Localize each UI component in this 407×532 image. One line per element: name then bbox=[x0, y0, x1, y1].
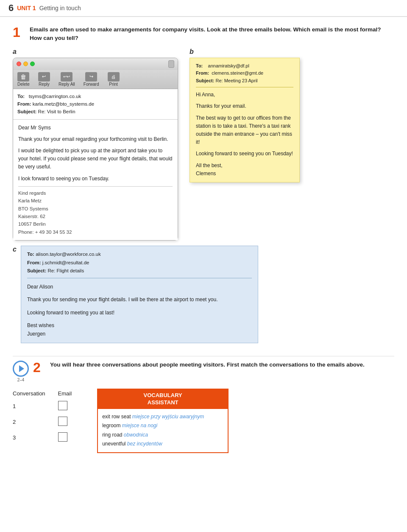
email-a-address1: Kaiserstr. 62 bbox=[18, 213, 173, 220]
vocab-title-line2: ASSISTANT bbox=[102, 399, 223, 406]
email-a-salutation: Dear Mr Syms bbox=[18, 124, 173, 132]
audio-label: 2–4 bbox=[17, 378, 25, 382]
exercise-2-instructions: You will hear three conversations about … bbox=[50, 361, 365, 369]
email-c-to: To: alison.taylor@workforce.co.uk bbox=[27, 250, 252, 259]
scroll-button bbox=[168, 60, 174, 68]
exercise-2-content: Conversation Email 1 2 bbox=[13, 389, 394, 453]
email-a-body: Dear Mr Syms Thank you for your email re… bbox=[13, 120, 178, 240]
traffic-light-green bbox=[30, 62, 35, 66]
email-a-phone: Phone: + 49 30 34 55 32 bbox=[18, 228, 173, 236]
email-b-salutation: Hi Anna, bbox=[196, 91, 293, 99]
email-a-body2: I would be delighted to pick you up at t… bbox=[18, 147, 173, 171]
email-a-titlebar bbox=[13, 58, 178, 70]
email-c-name: Juergen bbox=[27, 330, 252, 338]
exercise-1: 1 Emails are often used to make arrangem… bbox=[13, 25, 394, 343]
vocab-item-uneventful-en: uneventful bbox=[102, 441, 127, 447]
email-c-wrapper: c To: alison.taylor@workforce.co.uk From… bbox=[13, 246, 394, 343]
delete-icon: 🗑 bbox=[17, 72, 29, 81]
page-header: 6 UNIT 1 Getting in touch bbox=[0, 0, 407, 17]
table-row: 2 bbox=[13, 414, 84, 430]
email-a-address2: 10657 Berlin bbox=[18, 220, 173, 228]
conv-3-checkbox[interactable] bbox=[58, 432, 67, 442]
email-a-headers: To: tsyms@carrington.co.uk From: karla.m… bbox=[13, 89, 178, 120]
email-b-to: To: annamiratsky@df.pl bbox=[196, 62, 293, 70]
email-b-headers: To: annamiratsky@df.pl From: clemens.ste… bbox=[196, 62, 293, 88]
email-b-label: b bbox=[190, 48, 300, 56]
email-a-company: BTO Systems bbox=[18, 205, 173, 213]
email-c-client: To: alison.taylor@workforce.co.uk From: … bbox=[21, 246, 258, 343]
conv-2-label: 2 bbox=[13, 414, 58, 430]
email-c-closing: Best wishes bbox=[27, 321, 252, 330]
vocab-item-legroom-pl: miejsce na nogi bbox=[122, 423, 157, 428]
conv-2-checkbox-cell bbox=[58, 414, 85, 430]
exercise-1-header: 1 Emails are often used to make arrangem… bbox=[13, 25, 394, 43]
table-row: 1 bbox=[13, 398, 84, 414]
vocab-item-exit-pl: miejsce przy wyjściu awaryjnym bbox=[132, 414, 204, 420]
conversation-email-table: Conversation Email 1 2 bbox=[13, 389, 84, 445]
email-b-sticky: To: annamiratsky@df.pl From: clemens.ste… bbox=[190, 58, 300, 182]
vocab-item-exit-en: exit row seat bbox=[102, 414, 132, 420]
forward-button[interactable]: ↪ Forward bbox=[84, 72, 99, 87]
vocab-item-legroom-en: legroom bbox=[102, 423, 122, 428]
exercise-2-bold: You will hear three conversations about … bbox=[50, 361, 365, 368]
email-a-toolbar: 🗑 Delete ↩ Reply ↩↩ Reply All ↪ bbox=[13, 70, 178, 89]
email-a-label: a bbox=[13, 48, 178, 56]
vocabulary-box: VOCABULARY ASSISTANT exit row seat miejs… bbox=[97, 389, 229, 453]
audio-icon[interactable] bbox=[13, 361, 29, 377]
email-a-body1: Thank you for your email regarding your … bbox=[18, 135, 173, 143]
email-b-closing: All the best, bbox=[196, 162, 293, 170]
exercise-2-number: 2 bbox=[33, 361, 46, 374]
exercise-2-header: 2–4 2 You will hear three conversations … bbox=[13, 361, 394, 382]
conv-1-checkbox-cell bbox=[58, 398, 85, 414]
delete-button[interactable]: 🗑 Delete bbox=[17, 72, 30, 87]
vocab-item-ring-pl: obwodnica bbox=[124, 432, 148, 438]
unit-label: UNIT 1 bbox=[17, 5, 36, 11]
page-number: 6 bbox=[8, 3, 14, 14]
conv-1-checkbox[interactable] bbox=[58, 401, 67, 410]
table-row: 3 bbox=[13, 430, 84, 445]
main-content: 1 Emails are often used to make arrangem… bbox=[0, 17, 407, 462]
email-b-wrapper: b To: annamiratsky@df.pl From: clemens.s… bbox=[190, 48, 300, 241]
exercise-2: 2–4 2 You will hear three conversations … bbox=[13, 356, 394, 453]
print-button[interactable]: 🖨 Print bbox=[108, 72, 120, 87]
page-title: Getting in touch bbox=[39, 5, 81, 11]
forward-icon: ↪ bbox=[85, 72, 97, 81]
email-b-body1: Thanks for your email. bbox=[196, 102, 293, 110]
email-a-body3: I look forward to seeing you on Tuesday. bbox=[18, 175, 173, 183]
exercise-1-bold: Emails are often used to make arrangemen… bbox=[30, 26, 381, 41]
email-b-body2: The best way to get to our offices from … bbox=[196, 114, 293, 147]
email-b-subject: Subject: Re: Meeting 23 April bbox=[196, 77, 293, 85]
conversation-table: Conversation Email 1 2 bbox=[13, 389, 84, 445]
conv-3-label: 3 bbox=[13, 430, 58, 445]
exercise-1-number: 1 bbox=[13, 25, 25, 39]
vocab-title-line1: VOCABULARY bbox=[102, 392, 223, 399]
reply-all-icon: ↩↩ bbox=[61, 72, 72, 81]
vocab-header: VOCABULARY ASSISTANT bbox=[98, 389, 228, 409]
email-b-from: From: clemens.steiner@gmt.de bbox=[196, 70, 293, 77]
reply-button[interactable]: ↩ Reply bbox=[38, 72, 50, 87]
print-icon: 🖨 bbox=[108, 72, 120, 81]
col-email-header: Email bbox=[58, 389, 85, 398]
email-c-body2: Looking forward to meeting you at last! bbox=[27, 308, 252, 317]
conv-1-label: 1 bbox=[13, 398, 58, 414]
email-a-signature: Kind regards Karla Metz BTO Systems Kais… bbox=[18, 186, 173, 236]
vocab-content: exit row seat miejsce przy wyjściu awary… bbox=[98, 409, 228, 452]
reply-icon: ↩ bbox=[38, 72, 50, 81]
vocab-item-ring-en: ring road bbox=[102, 432, 124, 438]
email-a-closing: Kind regards bbox=[18, 189, 173, 197]
email-c-headers: To: alison.taylor@workforce.co.uk From: … bbox=[27, 250, 252, 278]
col-conversation-header: Conversation bbox=[13, 389, 58, 398]
email-b-name: Clemens bbox=[196, 170, 293, 178]
email-a-wrapper: a 🗑 Delete bbox=[13, 48, 178, 241]
audio-wrapper: 2–4 bbox=[13, 361, 29, 382]
email-client-a: 🗑 Delete ↩ Reply ↩↩ Reply All ↪ bbox=[13, 58, 178, 241]
conv-3-checkbox-cell bbox=[58, 430, 85, 445]
email-c-body1: Thank you for sending me your flight det… bbox=[27, 295, 252, 304]
conv-2-checkbox[interactable] bbox=[58, 417, 67, 426]
email-a-name: Karla Metz bbox=[18, 197, 173, 204]
reply-all-button[interactable]: ↩↩ Reply All bbox=[59, 72, 75, 87]
email-a-to: To: tsyms@carrington.co.uk bbox=[17, 92, 173, 100]
email-c-label: c bbox=[13, 246, 17, 253]
exercise-1-instructions: Emails are often used to make arrangemen… bbox=[30, 25, 394, 43]
email-c-subject: Subject: Re: Flight details bbox=[27, 267, 252, 275]
